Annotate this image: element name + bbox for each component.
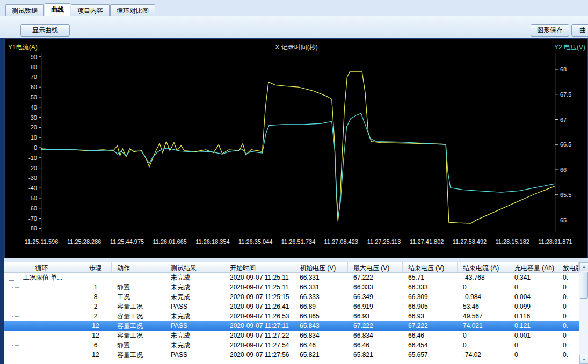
cell-8: -43.768	[458, 273, 509, 282]
cell-4: 2020-09-07 11:27:56	[224, 350, 294, 360]
tab-bar: 测试数据曲线项目内容循环对比图	[0, 2, 588, 16]
cell-7: 66.46	[403, 331, 458, 340]
table-scrollbar[interactable]: ▲ ▼	[579, 262, 588, 364]
window-left-edge	[0, 38, 4, 364]
table-row[interactable]: 6静置未完成2020-09-07 11:27:5466.4666.4666.45…	[4, 340, 579, 350]
table-row[interactable]: 2容量工况未完成2020-09-07 11:26:5366.86566.9366…	[4, 311, 579, 321]
show-curve-button[interactable]: 显示曲线	[20, 24, 70, 37]
cell-4: 2020-09-07 11:25:11	[224, 282, 294, 292]
tab-test-data[interactable]: 测试数据	[5, 4, 44, 16]
cell-4: 2020-09-07 11:25:11	[224, 273, 294, 282]
cell-4: 2020-09-07 11:25:15	[224, 292, 294, 302]
cell-5: 66.865	[294, 311, 348, 321]
cell-9: 0.116	[509, 311, 557, 321]
cell-3: 未完成	[165, 292, 224, 302]
cell-6: 66.46	[348, 340, 403, 350]
tree-line	[4, 350, 20, 360]
svg-text:11:25:11.596: 11:25:11.596	[25, 238, 59, 245]
cell-2: 容量工况	[112, 321, 165, 331]
cell-1: 2	[79, 311, 112, 321]
cell-2	[112, 273, 165, 282]
tab-cycle-comparison[interactable]: 循环对比图	[110, 4, 155, 16]
column-header-9[interactable]: 充电容量 (Ah)	[509, 262, 557, 272]
cell-1: 8	[79, 292, 112, 302]
cell-1: 12	[79, 331, 112, 340]
cell-5: 66.46	[294, 340, 348, 350]
cell-0	[4, 292, 79, 302]
cell-2: 静置	[112, 282, 165, 292]
column-header-4[interactable]: 开始时间	[224, 262, 294, 272]
table-row[interactable]: 12容量工况PASS2020-09-07 11:27:1165.84367.22…	[4, 321, 579, 331]
svg-text:-10: -10	[28, 155, 37, 161]
svg-text:68: 68	[560, 66, 567, 72]
cell-7: 66.333	[403, 282, 458, 292]
cell-8: 0	[458, 340, 509, 350]
clipped-right-button[interactable]: 曲	[571, 24, 588, 37]
table-row[interactable]: 8工况未完成2020-09-07 11:25:1566.33366.34966.…	[4, 292, 579, 302]
cell-5: 65.843	[294, 321, 348, 331]
scroll-up-button[interactable]: ▲	[579, 262, 588, 271]
cell-0	[4, 350, 79, 360]
svg-text:30: 30	[31, 114, 37, 121]
table-row[interactable]: 1静置未完成2020-09-07 11:25:1166.33166.33366.…	[4, 282, 579, 292]
tree-line	[4, 292, 20, 302]
column-header-6[interactable]: 最大电压 (V)	[348, 262, 403, 272]
tree-line	[4, 282, 20, 292]
svg-text:11:28:31.871: 11:28:31.871	[538, 238, 572, 245]
cell-8: 49.567	[458, 311, 509, 321]
cell-0	[4, 282, 79, 292]
svg-text:11:27:58.492: 11:27:58.492	[453, 238, 487, 245]
cell-10: 0	[557, 282, 579, 292]
cell-10: 0	[557, 340, 579, 350]
column-header-2[interactable]: 动作	[112, 262, 165, 272]
save-graphic-button[interactable]: 图形保存	[531, 24, 569, 37]
cell-2: 静置	[112, 340, 165, 350]
svg-text:67: 67	[560, 117, 567, 123]
svg-text:11:25:44.975: 11:25:44.975	[110, 238, 144, 245]
column-header-7[interactable]: 结束电压 (V)	[403, 262, 458, 272]
table-row[interactable]: −工况限值 单...未完成2020-09-07 11:25:1166.33167…	[4, 273, 579, 282]
table-row[interactable]: 12容量工况PASS2020-09-07 11:27:5665.82165.82…	[4, 350, 579, 360]
tab-project-content[interactable]: 项目内容	[71, 4, 110, 16]
cell-0	[4, 302, 79, 311]
column-header-10[interactable]: 放电容	[557, 262, 579, 272]
cell-4: 2020-09-07 11:27:54	[224, 340, 294, 350]
svg-text:X 记录时间(秒): X 记录时间(秒)	[275, 43, 317, 51]
svg-text:60: 60	[31, 84, 37, 90]
cell-10: 0	[557, 311, 579, 321]
cell-3: PASS	[165, 302, 224, 311]
svg-text:-50: -50	[28, 195, 37, 201]
svg-text:11:26:51.734: 11:26:51.734	[281, 238, 315, 245]
svg-text:-40: -40	[28, 185, 37, 191]
column-header-8[interactable]: 结束电流 (A)	[458, 262, 509, 272]
svg-text:11:28:15.182: 11:28:15.182	[496, 238, 529, 245]
curve-chart[interactable]: Y1电流(A)X 记录时间(秒)Y2 电压(V)9080706050403020…	[5, 39, 588, 259]
cell-2: 容量工况	[112, 350, 165, 360]
tree-collapse-icon[interactable]: −	[9, 275, 14, 281]
column-header-0[interactable]: 循环	[4, 262, 79, 272]
column-header-3[interactable]: 测试结果	[165, 262, 224, 272]
cell-9: 0.001	[509, 331, 557, 340]
svg-text:11:26:01.665: 11:26:01.665	[153, 238, 187, 245]
scroll-down-button[interactable]: ▼	[579, 355, 588, 364]
cell-10: 0	[557, 331, 579, 340]
svg-text:-70: -70	[28, 215, 37, 222]
cell-8: -74.02	[458, 350, 509, 360]
chart-panel: Y1电流(A)X 记录时间(秒)Y2 电压(V)9080706050403020…	[4, 38, 588, 258]
cell-6: 66.93	[348, 311, 403, 321]
cell-6: 66.919	[348, 302, 403, 311]
table-row[interactable]: 12容量工况未完成2020-09-07 11:27:2266.83466.834…	[4, 331, 579, 340]
cell-5: 65.821	[294, 350, 348, 360]
cell-7: 67.222	[403, 321, 458, 331]
column-header-5[interactable]: 初始电压 (V)	[294, 262, 348, 272]
cell-2: 容量工况	[112, 302, 165, 311]
cell-6: 65.821	[348, 350, 403, 360]
svg-text:67.5: 67.5	[560, 91, 571, 98]
cell-0	[4, 321, 79, 331]
column-header-1[interactable]: 步骤	[79, 262, 112, 272]
table-row[interactable]: 2容量工况PASS2020-09-07 11:26:4166.8966.9196…	[4, 302, 579, 311]
cell-9: 0.004	[509, 292, 557, 302]
scroll-thumb[interactable]	[580, 272, 588, 299]
tab-curve[interactable]: 曲线	[45, 3, 70, 16]
svg-text:11:26:35.044: 11:26:35.044	[238, 238, 272, 245]
